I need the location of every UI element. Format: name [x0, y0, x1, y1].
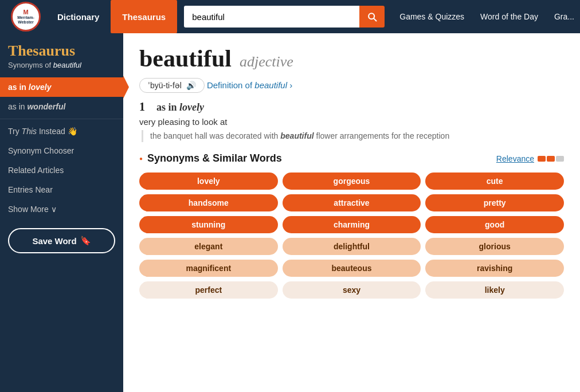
- sense-num-text: 1: [139, 100, 145, 113]
- relevance-label[interactable]: Relevance: [496, 154, 534, 163]
- sidebar-subtitle: Synonyms of beautiful: [0, 61, 123, 77]
- rel-bar-2: [547, 156, 555, 162]
- synonym-tag[interactable]: sexy: [283, 281, 421, 299]
- sense-as-word: lovely: [179, 101, 204, 113]
- synonym-tag[interactable]: likely: [425, 281, 564, 299]
- synonym-tag[interactable]: attractive: [283, 194, 421, 211]
- synonym-tag[interactable]: stunning: [139, 216, 278, 233]
- synonym-tag[interactable]: cute: [425, 173, 564, 190]
- synonym-tag[interactable]: beauteous: [283, 260, 421, 277]
- sidebar-synonym-chooser[interactable]: Synonym Chooser: [0, 141, 123, 160]
- sidebar-try-this[interactable]: Try This Instead 👋: [0, 121, 123, 141]
- sidebar-show-more[interactable]: Show More ∨: [0, 199, 123, 219]
- sense-example: the banquet hall was decorated with beau…: [142, 130, 564, 142]
- nav-tab-thesaurus[interactable]: Thesaurus: [111, 0, 177, 33]
- definition-link-word: beautiful: [254, 80, 287, 90]
- synonym-tag[interactable]: lovely: [139, 173, 278, 190]
- search-button[interactable]: [359, 6, 385, 28]
- rel-bar-1: [538, 156, 546, 162]
- sidebar-item-lovely-word: lovely: [29, 83, 52, 92]
- sidebar-item-lovely-prefix: as in: [8, 83, 26, 92]
- search-icon: [366, 11, 378, 22]
- synonyms-title: Synonyms & Similar Words: [139, 152, 282, 164]
- synonym-tag[interactable]: charming: [283, 216, 421, 233]
- synonym-tag[interactable]: gorgeous: [283, 173, 421, 190]
- sidebar-item-lovely[interactable]: as in lovely: [0, 77, 123, 97]
- sidebar: Thesaurus Synonyms of beautiful as in lo…: [0, 33, 123, 392]
- save-word-label: Save Word: [32, 236, 76, 246]
- sidebar-subtitle-word: beautiful: [53, 61, 81, 69]
- sense-block-1: 1 as in lovely very pleasing to look at …: [139, 100, 564, 142]
- sidebar-item-wonderful[interactable]: as in wonderful: [0, 97, 123, 116]
- nav-link-games[interactable]: Games & Quizzes: [399, 12, 464, 21]
- sidebar-item-wonderful-word: wonderful: [27, 102, 65, 111]
- synonym-tag[interactable]: handsome: [139, 194, 278, 211]
- synonym-tag[interactable]: good: [425, 216, 564, 233]
- synonym-tag[interactable]: elegant: [139, 238, 278, 255]
- sidebar-entries-near[interactable]: Entries Near: [0, 180, 123, 199]
- synonym-tag[interactable]: perfect: [139, 281, 278, 299]
- search-input[interactable]: [184, 6, 359, 28]
- sense-as: as in lovely: [156, 101, 204, 113]
- speaker-icon[interactable]: 🔊: [186, 81, 196, 90]
- nav-link-word-of-day[interactable]: Word of the Day: [480, 12, 538, 21]
- synonym-tag[interactable]: glorious: [425, 238, 564, 255]
- sidebar-item-wonderful-prefix: as in: [8, 102, 25, 111]
- sidebar-related-articles[interactable]: Related Articles: [0, 160, 123, 180]
- relevance-bars: [538, 156, 564, 162]
- logo[interactable]: M Merriam- Webster: [6, 0, 46, 33]
- synonyms-grid: lovelygorgeouscutehandsomeattractivepret…: [139, 173, 564, 299]
- relevance-wrap: Relevance: [496, 154, 564, 163]
- sense-number: 1 as in lovely: [139, 100, 564, 113]
- save-word-icon: 🔖: [80, 236, 91, 246]
- synonym-tag[interactable]: delightful: [283, 238, 421, 255]
- top-nav: M Merriam- Webster Dictionary Thesaurus …: [0, 0, 580, 33]
- sidebar-divider-1: [0, 119, 123, 119]
- word-pos: adjective: [240, 53, 293, 70]
- sense-definition: very pleasing to look at: [139, 117, 564, 127]
- sidebar-subtitle-prefix: Synonyms of: [8, 61, 53, 69]
- pronunciation[interactable]: ˈbyü-ti-fəl 🔊: [139, 78, 205, 93]
- main-content: beautiful adjective ˈbyü-ti-fəl 🔊 Defini…: [123, 33, 580, 392]
- synonym-tag[interactable]: ravishing: [425, 260, 564, 277]
- synonym-tag[interactable]: pretty: [425, 194, 564, 211]
- nav-tab-dictionary[interactable]: Dictionary: [46, 0, 111, 33]
- nav-tabs: Dictionary Thesaurus: [46, 0, 177, 33]
- synonyms-header: Synonyms & Similar Words Relevance: [139, 152, 564, 164]
- sidebar-title: Thesaurus: [0, 42, 123, 61]
- pronunciation-text: ˈbyü-ti-fəl: [148, 81, 182, 90]
- nav-link-more[interactable]: Gra...: [554, 12, 574, 21]
- nav-links: Games & Quizzes Word of the Day Gra...: [399, 12, 574, 21]
- word-title: beautiful: [139, 45, 232, 72]
- page-layout: Thesaurus Synonyms of beautiful as in lo…: [0, 33, 580, 392]
- synonym-tag[interactable]: magnificent: [139, 260, 278, 277]
- save-word-button[interactable]: Save Word 🔖: [8, 228, 115, 253]
- word-header: beautiful adjective: [139, 45, 564, 72]
- rel-bar-3: [556, 156, 564, 162]
- definition-link[interactable]: Definition of beautiful ›: [207, 80, 292, 90]
- synonyms-section: Synonyms & Similar Words Relevance lovel…: [139, 152, 564, 299]
- search-bar: [184, 6, 385, 28]
